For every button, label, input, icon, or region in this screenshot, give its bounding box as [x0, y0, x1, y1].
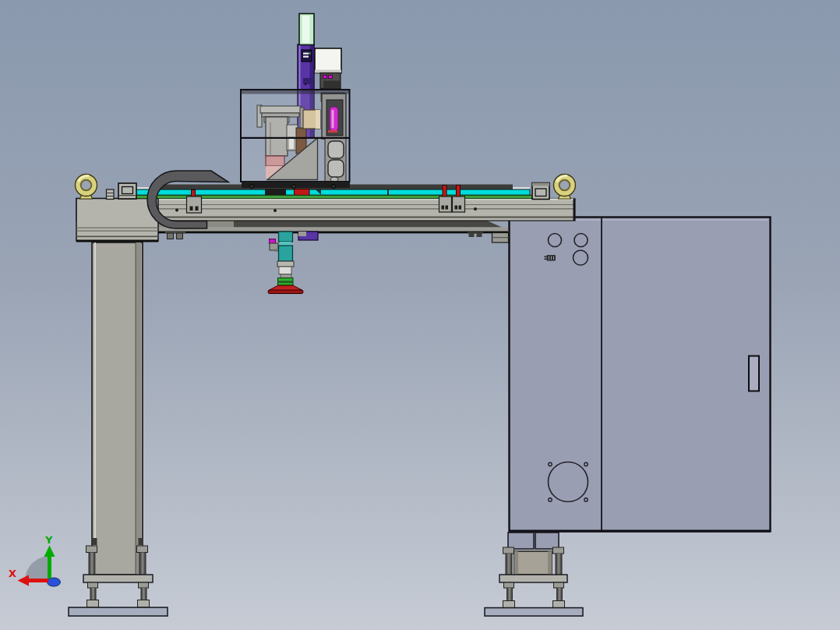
z-rail-lower-notch: [298, 232, 306, 236]
beam-bottom-edge: [158, 232, 508, 234]
end-block-line: [76, 231, 158, 232]
connector-ridge: [551, 257, 552, 260]
hex-nut: [86, 546, 97, 553]
z-rail-dot: [305, 83, 306, 85]
connector-pin: [545, 258, 547, 260]
bracket-magenta-dot: [323, 76, 327, 79]
beam-tab: [168, 233, 174, 239]
column-bolt-mark: [93, 538, 97, 545]
hex-nut: [137, 546, 148, 553]
gripper-cylinder-upper: [279, 232, 293, 242]
hex-nut: [139, 582, 149, 588]
cover-base-bolt: [291, 184, 295, 188]
connector-pin: [545, 256, 547, 257]
beam-end-bracket-line: [492, 237, 509, 238]
sensor-bracket-body: [439, 196, 452, 212]
rail-h-bracket-rung: [107, 193, 115, 193]
cover-top-band: [241, 90, 350, 94]
column-highlight-line: [94, 242, 96, 575]
rail-end-frame-left: [118, 183, 136, 199]
y-axis-label: Y: [44, 534, 53, 546]
threaded-rod: [89, 553, 96, 575]
leveling-foot: [553, 601, 565, 608]
hex-nut: [553, 547, 564, 554]
leveling-foot: [138, 600, 150, 608]
cover-mid-rail: [241, 137, 350, 139]
threaded-rod: [139, 553, 146, 575]
hex-nut: [503, 547, 514, 554]
suction-cup-rim: [268, 290, 303, 294]
suction-green-ring: [278, 282, 294, 285]
sensor-bracket-hole: [459, 206, 462, 210]
beam-lower-band: [158, 228, 508, 232]
beam-bolt-hole: [474, 207, 477, 211]
connector-ridge: [549, 257, 549, 260]
beam-tab: [469, 233, 475, 238]
cad-scene[interactable]: Y X: [0, 0, 840, 630]
base-plate: [83, 575, 153, 582]
rail-h-bracket: [107, 189, 115, 200]
eyebolt-ring-hole: [81, 180, 92, 191]
sensor-bracket-hole: [190, 207, 193, 211]
motor-bracket-lower: [323, 81, 340, 89]
sensor-bracket-hole: [446, 206, 449, 210]
sensor-pin-red: [443, 186, 446, 198]
beam-tab: [177, 233, 183, 239]
end-block-line: [76, 236, 158, 238]
gripper-collar: [277, 261, 294, 267]
carriage-cover[interactable]: [241, 90, 350, 189]
top-cap-inner: [302, 16, 310, 43]
beam-tab: [477, 233, 482, 238]
hex-nut: [504, 582, 514, 588]
cad-viewport[interactable]: Y X: [0, 0, 840, 630]
hex-nut: [88, 582, 98, 588]
carriage-clamp-red: [295, 189, 310, 196]
cover-glass: [241, 90, 350, 182]
bracket-magenta-dot: [329, 76, 333, 79]
sensor-bracket-hole: [442, 206, 445, 210]
beam-right-end-edge: [574, 199, 576, 221]
column-body[interactable]: [92, 242, 143, 575]
motor-box[interactable]: [315, 48, 341, 73]
cabinet-skirt-panel: [508, 533, 534, 549]
leg-block: [514, 551, 552, 575]
rail-end-frame-right-top: [532, 183, 549, 186]
connector-ridge: [553, 257, 554, 260]
air-fitting-stem: [274, 250, 278, 252]
floor-plate-left: [69, 607, 168, 616]
end-block-bottom-edge: [76, 240, 158, 242]
cabinet-skirt-panel: [535, 533, 559, 549]
label-mark: [303, 53, 309, 55]
threaded-rod: [506, 554, 513, 575]
eyebolt-ring-hole: [559, 180, 570, 191]
leg-plate: [499, 575, 567, 582]
threaded-rod: [506, 588, 513, 602]
threaded-rod: [141, 588, 147, 601]
gripper-gray-segment: [281, 274, 291, 278]
cover-base-bolt: [331, 184, 335, 188]
x-axis-label: X: [9, 568, 16, 579]
gripper-cylinder-band: [281, 242, 291, 246]
column-shade-strip: [136, 242, 141, 575]
gripper-cylinder-lower: [279, 246, 293, 261]
rail-segment-joint: [387, 189, 389, 195]
threaded-rod: [556, 554, 563, 575]
sensor-bracket-hole: [455, 206, 458, 210]
sensor-bracket-hole: [196, 207, 199, 211]
z-axis-indicator: [48, 578, 61, 586]
beam-left-end-block[interactable]: [76, 199, 158, 242]
gripper-white-segment: [279, 267, 291, 274]
floor-plate-right: [485, 608, 583, 617]
column-edge-line: [136, 242, 136, 575]
beam-bolt-hole: [175, 209, 178, 212]
cabinet-door-handle[interactable]: [749, 356, 759, 391]
rail-h-bracket-rung: [107, 196, 115, 196]
leveling-foot: [87, 600, 99, 608]
z-rail-detail: [303, 78, 313, 84]
column-bolt-mark: [139, 538, 143, 545]
cover-base-bolt: [249, 184, 253, 188]
threaded-rod: [556, 588, 563, 602]
label-mark-green: [309, 53, 311, 55]
beam-underside-dark-channel: [234, 221, 502, 228]
sensor-bracket-body: [453, 196, 465, 212]
